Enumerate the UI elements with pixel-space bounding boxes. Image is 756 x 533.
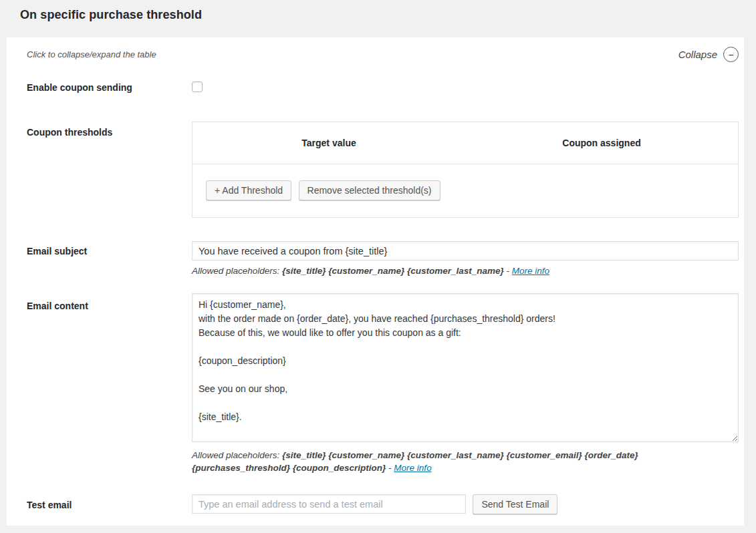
help-separator: - <box>388 463 392 473</box>
more-info-link[interactable]: More info <box>512 266 549 276</box>
test-email-label: Test email <box>22 494 192 512</box>
enable-coupon-checkbox[interactable] <box>192 81 203 92</box>
email-subject-input[interactable] <box>192 241 739 260</box>
settings-panel: Click to collapse/expand the table Colla… <box>7 37 744 526</box>
collapse-label: Collapse <box>678 49 717 60</box>
email-subject-help: Allowed placeholders: {site_title} {cust… <box>192 264 739 277</box>
thresholds-column-coupon-assigned: Coupon assigned <box>465 122 739 164</box>
coupon-thresholds-label: Coupon thresholds <box>22 122 192 139</box>
email-content-textarea[interactable]: Hi {customer_name}, with the order made … <box>192 293 739 442</box>
help-placeholders: {site_title} {customer_name} {customer_l… <box>282 266 504 276</box>
test-email-row: Test email Send Test Email <box>22 494 739 514</box>
email-content-help: Allowed placeholders: {site_title} {cust… <box>192 449 739 474</box>
collapse-hint-text: Click to collapse/expand the table <box>27 49 156 59</box>
enable-coupon-label: Enable coupon sending <box>22 80 192 94</box>
thresholds-actions-cell: + Add Threshold Remove selected threshol… <box>193 164 739 218</box>
add-threshold-button[interactable]: + Add Threshold <box>206 180 291 200</box>
coupon-thresholds-row: Coupon thresholds Target value Coupon as… <box>22 122 739 218</box>
page-title: On specific purchase threshold <box>0 0 756 25</box>
more-info-link[interactable]: More info <box>394 463 431 473</box>
email-subject-label: Email subject <box>22 241 192 258</box>
collapse-toggle[interactable]: Collapse − <box>678 47 739 62</box>
email-content-label: Email content <box>22 293 192 313</box>
help-prefix: Allowed placeholders: <box>192 450 279 460</box>
remove-threshold-button[interactable]: Remove selected threshold(s) <box>299 180 440 200</box>
collapse-minus-icon[interactable]: − <box>723 47 739 62</box>
enable-coupon-row: Enable coupon sending <box>22 80 739 95</box>
thresholds-table: Target value Coupon assigned + Add Thres… <box>192 122 739 218</box>
email-content-row: Email content Hi {customer_name}, with t… <box>22 293 739 474</box>
help-prefix: Allowed placeholders: <box>192 266 279 276</box>
test-email-input[interactable] <box>192 494 466 514</box>
thresholds-column-target-value: Target value <box>193 122 466 164</box>
help-separator: - <box>507 266 510 276</box>
collapse-row: Click to collapse/expand the table Colla… <box>22 47 739 62</box>
send-test-email-button[interactable]: Send Test Email <box>473 494 557 514</box>
email-subject-row: Email subject Allowed placeholders: {sit… <box>22 241 739 277</box>
